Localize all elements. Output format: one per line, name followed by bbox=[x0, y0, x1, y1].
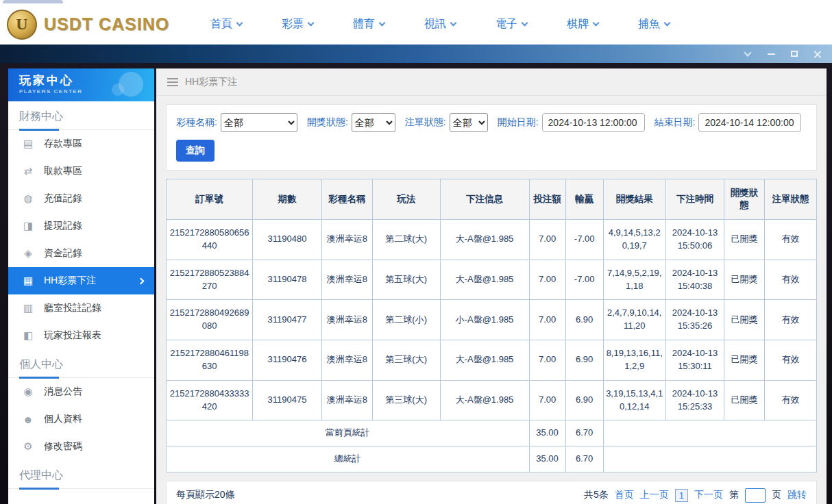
cell-amount: 7.00 bbox=[529, 260, 565, 300]
cell-bet-info: 小-A盤@1.985 bbox=[440, 300, 529, 340]
total-summary-amount: 35.00 bbox=[529, 446, 565, 473]
column-header-lottery: 彩種名稱 bbox=[321, 179, 372, 220]
nav-label: 首頁 bbox=[210, 17, 232, 32]
nav-item-cards[interactable]: 棋牌 bbox=[547, 17, 618, 32]
cell-draw-status: 已開獎 bbox=[724, 220, 765, 260]
nav-item-lottery[interactable]: 彩票 bbox=[262, 17, 333, 32]
cell-win-loss: -7.00 bbox=[565, 220, 603, 260]
sidebar-item-label: 消息公告 bbox=[44, 386, 82, 398]
cell-amount: 7.00 bbox=[529, 380, 565, 420]
sidebar-item-hh-lottery-bets[interactable]: ▦ HH彩票下注 bbox=[8, 267, 154, 294]
start-date-input[interactable] bbox=[542, 113, 645, 132]
table-row: 2152172880492689080 31190477 澳洲幸运8 第二球(小… bbox=[167, 300, 817, 340]
withdraw-icon: ⇄ bbox=[22, 165, 34, 177]
window-collapse-button[interactable] bbox=[739, 47, 757, 61]
end-date-label: 結束日期: bbox=[654, 116, 696, 129]
sidebar-subtitle: PLAYERS CENTER bbox=[19, 88, 154, 94]
nav-item-slots[interactable]: 電子 bbox=[476, 17, 547, 32]
cell-amount: 7.00 bbox=[529, 300, 565, 340]
brand-name: USDT CASINO bbox=[44, 14, 169, 34]
draw-status-select[interactable]: 全部 bbox=[352, 113, 395, 132]
nav-item-home[interactable]: 首頁 bbox=[191, 17, 262, 32]
player-bet-report-icon: ◧ bbox=[22, 329, 34, 342]
site-navbar: U USDT CASINO 首頁 彩票 體育 視訊 電子 棋牌 捕魚 bbox=[0, 0, 832, 45]
lottery-type-select[interactable]: 全部 bbox=[221, 113, 297, 132]
sidebar-item-announcements[interactable]: ◉ 消息公告 bbox=[8, 378, 154, 405]
cell-play: 第三球(大) bbox=[372, 380, 440, 420]
cell-amount: 7.00 bbox=[529, 340, 565, 381]
column-header-amount: 投注額 bbox=[529, 179, 565, 220]
cell-order-id: 2152172880523884270 bbox=[167, 260, 253, 300]
jump-action-link[interactable]: 跳转 bbox=[787, 489, 807, 501]
search-button[interactable]: 查詢 bbox=[176, 140, 215, 162]
column-header-draw-status: 開獎狀態 bbox=[724, 179, 765, 220]
sidebar-item-profile[interactable]: ☻ 個人資料 bbox=[8, 405, 154, 433]
cell-bet-time: 2024-10-13 15:30:11 bbox=[665, 340, 724, 381]
sidebar-item-label: 充值記錄 bbox=[44, 192, 82, 205]
chevron-down-icon bbox=[744, 49, 751, 56]
sidebar-item-label: 玩家投注報表 bbox=[44, 329, 101, 342]
cell-draw-status: 已開獎 bbox=[724, 260, 765, 300]
nav-item-live[interactable]: 視訊 bbox=[404, 17, 476, 32]
prev-page-link[interactable]: 上一页 bbox=[640, 489, 669, 501]
cell-order-id: 2152172880461198630 bbox=[167, 340, 253, 381]
page-jump-input[interactable] bbox=[745, 488, 766, 503]
current-page-indicator[interactable]: 1 bbox=[675, 489, 688, 502]
nav-label: 棋牌 bbox=[567, 17, 589, 32]
first-page-link[interactable]: 首页 bbox=[615, 489, 634, 501]
sidebar-item-player-bet-report[interactable]: ◧ 玩家投注報表 bbox=[8, 322, 154, 349]
sidebar-item-cashout-records[interactable]: ◨ 提現記錄 bbox=[8, 212, 154, 240]
sidebar-item-label: HH彩票下注 bbox=[44, 275, 96, 287]
menu-toggle-icon[interactable] bbox=[167, 78, 178, 86]
chevron-down-icon bbox=[379, 20, 386, 27]
cell-lottery: 澳洲幸运8 bbox=[321, 340, 372, 381]
cell-play: 第三球(大) bbox=[372, 340, 440, 381]
sidebar-item-label: 存款專區 bbox=[44, 138, 82, 150]
browser-tab-fragment bbox=[3, 0, 63, 3]
profile-icon: ☻ bbox=[22, 414, 34, 425]
nav-item-fishing[interactable]: 捕魚 bbox=[618, 17, 689, 32]
sidebar-item-label: 廳室投註記錄 bbox=[44, 302, 101, 314]
total-summary-label: 總統計 bbox=[167, 446, 530, 473]
cell-result: 8,19,13,16,11,1,2,9 bbox=[603, 340, 665, 381]
column-header-bet-time: 下注時間 bbox=[665, 179, 724, 220]
column-header-bet-info: 下注信息 bbox=[440, 179, 529, 220]
sidebar-item-hall-bet-records[interactable]: ▥ 廳室投註記錄 bbox=[8, 294, 154, 322]
sidebar-item-funds-records[interactable]: ◈ 資金記錄 bbox=[8, 240, 154, 267]
page-size-text: 每頁顯示20條 bbox=[176, 489, 235, 501]
nav-label: 電子 bbox=[495, 17, 517, 32]
window-maximize-button[interactable] bbox=[785, 47, 803, 61]
window-titlebar bbox=[0, 45, 832, 63]
coin-letter: U bbox=[16, 15, 27, 34]
filter-panel: 彩種名稱: 全部 開獎狀態: 全部 注單狀態: 全 bbox=[166, 104, 817, 171]
lottery-bets-icon: ▦ bbox=[22, 275, 34, 287]
window-close-button[interactable] bbox=[809, 47, 827, 61]
jump-suffix-text: 页 bbox=[772, 489, 781, 501]
page-summary-amount: 35.00 bbox=[529, 420, 565, 446]
cell-win-loss: 6.90 bbox=[565, 300, 603, 340]
end-date-input[interactable] bbox=[698, 113, 801, 132]
draw-status-label: 開獎狀態: bbox=[307, 116, 348, 129]
chevron-down-icon bbox=[522, 20, 528, 27]
cell-order-id: 2152172880492689080 bbox=[167, 300, 253, 340]
nav-item-sports[interactable]: 體育 bbox=[333, 17, 404, 32]
column-header-play: 玩法 bbox=[372, 179, 440, 220]
sidebar: 玩家中心 PLAYERS CENTER 財務中心 ▤ 存款專區 ⇄ 取款專區 ◍… bbox=[8, 68, 154, 504]
sidebar-item-change-password[interactable]: ⚙ 修改密碼 bbox=[8, 433, 154, 460]
sidebar-item-deposit[interactable]: ▤ 存款專區 bbox=[8, 130, 154, 158]
sidebar-item-recharge-records[interactable]: ◍ 充值記錄 bbox=[8, 185, 154, 212]
chevron-down-icon bbox=[308, 20, 315, 27]
order-status-select[interactable]: 全部 bbox=[450, 113, 488, 132]
cell-win-loss: 6.90 bbox=[565, 340, 603, 381]
order-status-label: 注單狀態: bbox=[405, 116, 446, 129]
table-row: 2152172880580656440 31190480 澳洲幸运8 第二球(大… bbox=[167, 220, 817, 260]
window-minimize-button[interactable] bbox=[762, 47, 780, 61]
next-page-link[interactable]: 下一页 bbox=[694, 489, 723, 501]
brand-logo[interactable]: U USDT CASINO bbox=[7, 10, 171, 40]
cell-bet-time: 2024-10-13 15:35:26 bbox=[665, 300, 724, 340]
cell-bet-info: 大-A盤@1.985 bbox=[440, 340, 529, 381]
sidebar-item-withdraw[interactable]: ⇄ 取款專區 bbox=[8, 158, 154, 185]
table-row: 2152172880461198630 31190476 澳洲幸运8 第三球(大… bbox=[167, 340, 817, 381]
lottery-type-label: 彩種名稱: bbox=[176, 116, 217, 129]
main-nav: 首頁 彩票 體育 視訊 電子 棋牌 捕魚 bbox=[191, 17, 689, 32]
